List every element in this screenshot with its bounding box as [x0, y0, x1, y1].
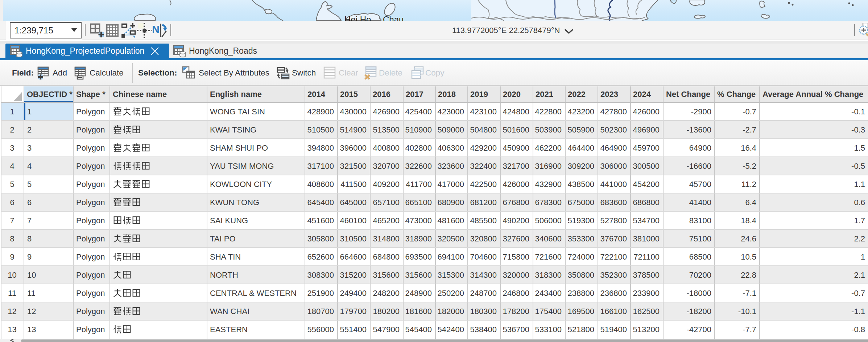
svg-text:Hei Ho: Hei Ho [344, 15, 371, 21]
svg-text:Chau: Chau [383, 15, 404, 21]
svg-text:N: N [153, 24, 160, 35]
